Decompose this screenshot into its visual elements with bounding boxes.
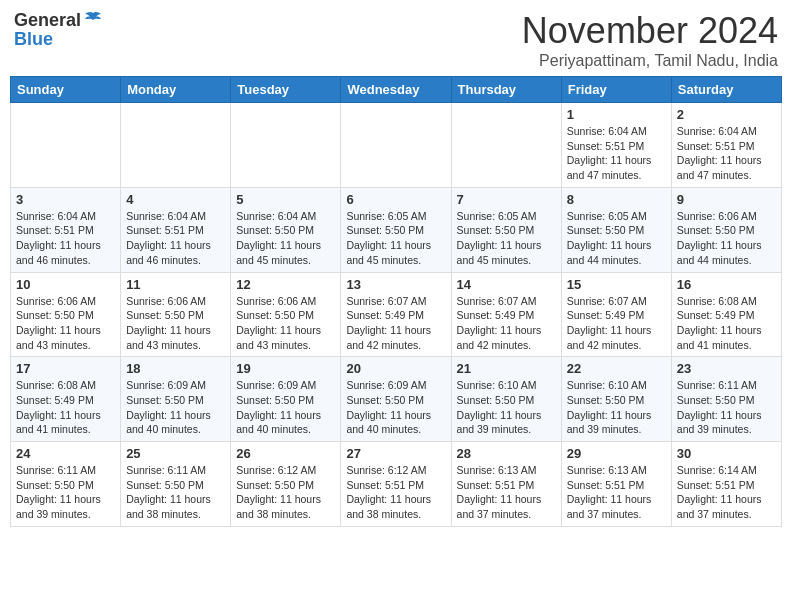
calendar-table: SundayMondayTuesdayWednesdayThursdayFrid… [10, 76, 782, 527]
day-number: 5 [236, 192, 335, 207]
calendar-week-5: 24Sunrise: 6:11 AM Sunset: 5:50 PM Dayli… [11, 442, 782, 527]
weekday-header-thursday: Thursday [451, 77, 561, 103]
page-header: General Blue November 2024 Periyapattina… [10, 10, 782, 70]
day-number: 30 [677, 446, 776, 461]
calendar-cell: 26Sunrise: 6:12 AM Sunset: 5:50 PM Dayli… [231, 442, 341, 527]
weekday-header-tuesday: Tuesday [231, 77, 341, 103]
calendar-cell: 20Sunrise: 6:09 AM Sunset: 5:50 PM Dayli… [341, 357, 451, 442]
day-number: 19 [236, 361, 335, 376]
day-number: 23 [677, 361, 776, 376]
day-info: Sunrise: 6:09 AM Sunset: 5:50 PM Dayligh… [236, 378, 335, 437]
calendar-cell: 7Sunrise: 6:05 AM Sunset: 5:50 PM Daylig… [451, 187, 561, 272]
weekday-header-monday: Monday [121, 77, 231, 103]
day-info: Sunrise: 6:11 AM Sunset: 5:50 PM Dayligh… [16, 463, 115, 522]
day-number: 24 [16, 446, 115, 461]
day-info: Sunrise: 6:08 AM Sunset: 5:49 PM Dayligh… [677, 294, 776, 353]
day-info: Sunrise: 6:04 AM Sunset: 5:51 PM Dayligh… [16, 209, 115, 268]
day-number: 9 [677, 192, 776, 207]
calendar-cell: 2Sunrise: 6:04 AM Sunset: 5:51 PM Daylig… [671, 103, 781, 188]
day-number: 27 [346, 446, 445, 461]
calendar-cell: 25Sunrise: 6:11 AM Sunset: 5:50 PM Dayli… [121, 442, 231, 527]
calendar-cell: 30Sunrise: 6:14 AM Sunset: 5:51 PM Dayli… [671, 442, 781, 527]
logo-general-text: General [14, 10, 81, 31]
day-info: Sunrise: 6:12 AM Sunset: 5:50 PM Dayligh… [236, 463, 335, 522]
day-number: 29 [567, 446, 666, 461]
day-number: 8 [567, 192, 666, 207]
calendar-cell: 9Sunrise: 6:06 AM Sunset: 5:50 PM Daylig… [671, 187, 781, 272]
day-info: Sunrise: 6:06 AM Sunset: 5:50 PM Dayligh… [126, 294, 225, 353]
day-info: Sunrise: 6:13 AM Sunset: 5:51 PM Dayligh… [457, 463, 556, 522]
day-number: 17 [16, 361, 115, 376]
weekday-header-sunday: Sunday [11, 77, 121, 103]
day-info: Sunrise: 6:13 AM Sunset: 5:51 PM Dayligh… [567, 463, 666, 522]
day-number: 18 [126, 361, 225, 376]
day-number: 21 [457, 361, 556, 376]
weekday-header-wednesday: Wednesday [341, 77, 451, 103]
calendar-week-2: 3Sunrise: 6:04 AM Sunset: 5:51 PM Daylig… [11, 187, 782, 272]
calendar-cell: 10Sunrise: 6:06 AM Sunset: 5:50 PM Dayli… [11, 272, 121, 357]
day-number: 25 [126, 446, 225, 461]
day-number: 14 [457, 277, 556, 292]
day-info: Sunrise: 6:04 AM Sunset: 5:51 PM Dayligh… [677, 124, 776, 183]
title-block: November 2024 Periyapattinam, Tamil Nadu… [522, 10, 778, 70]
day-number: 7 [457, 192, 556, 207]
location-text: Periyapattinam, Tamil Nadu, India [522, 52, 778, 70]
day-info: Sunrise: 6:04 AM Sunset: 5:50 PM Dayligh… [236, 209, 335, 268]
calendar-cell: 4Sunrise: 6:04 AM Sunset: 5:51 PM Daylig… [121, 187, 231, 272]
calendar-cell: 12Sunrise: 6:06 AM Sunset: 5:50 PM Dayli… [231, 272, 341, 357]
logo-bird-icon [83, 10, 103, 30]
calendar-cell [231, 103, 341, 188]
day-info: Sunrise: 6:14 AM Sunset: 5:51 PM Dayligh… [677, 463, 776, 522]
calendar-cell: 11Sunrise: 6:06 AM Sunset: 5:50 PM Dayli… [121, 272, 231, 357]
day-number: 22 [567, 361, 666, 376]
calendar-cell: 14Sunrise: 6:07 AM Sunset: 5:49 PM Dayli… [451, 272, 561, 357]
calendar-cell: 13Sunrise: 6:07 AM Sunset: 5:49 PM Dayli… [341, 272, 451, 357]
day-number: 11 [126, 277, 225, 292]
calendar-cell: 16Sunrise: 6:08 AM Sunset: 5:49 PM Dayli… [671, 272, 781, 357]
day-number: 6 [346, 192, 445, 207]
day-info: Sunrise: 6:09 AM Sunset: 5:50 PM Dayligh… [346, 378, 445, 437]
day-number: 10 [16, 277, 115, 292]
calendar-cell: 3Sunrise: 6:04 AM Sunset: 5:51 PM Daylig… [11, 187, 121, 272]
calendar-header-row: SundayMondayTuesdayWednesdayThursdayFrid… [11, 77, 782, 103]
day-info: Sunrise: 6:05 AM Sunset: 5:50 PM Dayligh… [567, 209, 666, 268]
calendar-cell: 5Sunrise: 6:04 AM Sunset: 5:50 PM Daylig… [231, 187, 341, 272]
day-number: 26 [236, 446, 335, 461]
calendar-cell: 27Sunrise: 6:12 AM Sunset: 5:51 PM Dayli… [341, 442, 451, 527]
day-info: Sunrise: 6:11 AM Sunset: 5:50 PM Dayligh… [126, 463, 225, 522]
day-info: Sunrise: 6:11 AM Sunset: 5:50 PM Dayligh… [677, 378, 776, 437]
logo: General Blue [14, 10, 103, 50]
day-info: Sunrise: 6:06 AM Sunset: 5:50 PM Dayligh… [236, 294, 335, 353]
calendar-cell: 18Sunrise: 6:09 AM Sunset: 5:50 PM Dayli… [121, 357, 231, 442]
calendar-cell [451, 103, 561, 188]
day-info: Sunrise: 6:07 AM Sunset: 5:49 PM Dayligh… [457, 294, 556, 353]
day-info: Sunrise: 6:07 AM Sunset: 5:49 PM Dayligh… [567, 294, 666, 353]
calendar-cell: 15Sunrise: 6:07 AM Sunset: 5:49 PM Dayli… [561, 272, 671, 357]
day-number: 16 [677, 277, 776, 292]
day-info: Sunrise: 6:06 AM Sunset: 5:50 PM Dayligh… [677, 209, 776, 268]
logo-blue-text: Blue [14, 29, 53, 50]
day-number: 4 [126, 192, 225, 207]
calendar-cell [121, 103, 231, 188]
day-number: 12 [236, 277, 335, 292]
day-info: Sunrise: 6:08 AM Sunset: 5:49 PM Dayligh… [16, 378, 115, 437]
calendar-cell [11, 103, 121, 188]
day-info: Sunrise: 6:09 AM Sunset: 5:50 PM Dayligh… [126, 378, 225, 437]
month-title: November 2024 [522, 10, 778, 52]
weekday-header-saturday: Saturday [671, 77, 781, 103]
weekday-header-friday: Friday [561, 77, 671, 103]
day-info: Sunrise: 6:06 AM Sunset: 5:50 PM Dayligh… [16, 294, 115, 353]
calendar-week-1: 1Sunrise: 6:04 AM Sunset: 5:51 PM Daylig… [11, 103, 782, 188]
calendar-cell: 28Sunrise: 6:13 AM Sunset: 5:51 PM Dayli… [451, 442, 561, 527]
day-number: 3 [16, 192, 115, 207]
calendar-week-4: 17Sunrise: 6:08 AM Sunset: 5:49 PM Dayli… [11, 357, 782, 442]
day-info: Sunrise: 6:05 AM Sunset: 5:50 PM Dayligh… [457, 209, 556, 268]
day-info: Sunrise: 6:04 AM Sunset: 5:51 PM Dayligh… [126, 209, 225, 268]
day-info: Sunrise: 6:10 AM Sunset: 5:50 PM Dayligh… [457, 378, 556, 437]
calendar-cell: 21Sunrise: 6:10 AM Sunset: 5:50 PM Dayli… [451, 357, 561, 442]
day-number: 15 [567, 277, 666, 292]
day-info: Sunrise: 6:05 AM Sunset: 5:50 PM Dayligh… [346, 209, 445, 268]
calendar-cell: 19Sunrise: 6:09 AM Sunset: 5:50 PM Dayli… [231, 357, 341, 442]
day-info: Sunrise: 6:04 AM Sunset: 5:51 PM Dayligh… [567, 124, 666, 183]
day-info: Sunrise: 6:10 AM Sunset: 5:50 PM Dayligh… [567, 378, 666, 437]
